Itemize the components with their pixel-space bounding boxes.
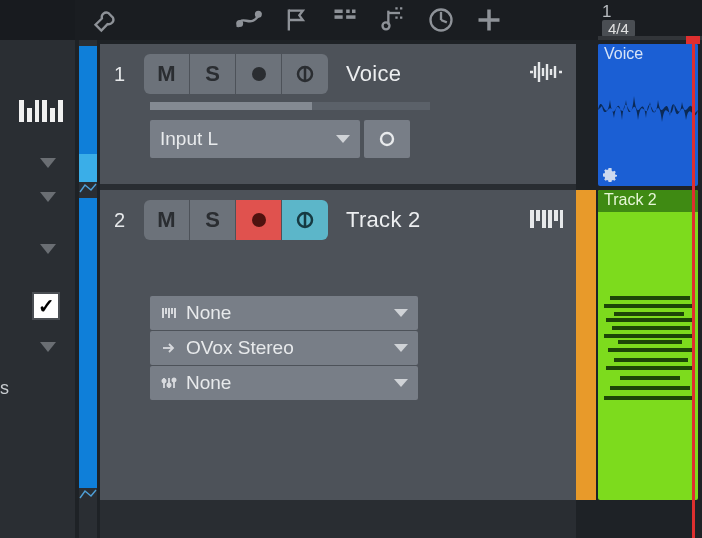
svg-point-1 (256, 12, 261, 17)
svg-point-25 (162, 379, 165, 382)
svg-point-9 (252, 67, 266, 81)
add-track-icon[interactable] (475, 6, 503, 34)
instrument-icon (160, 305, 178, 321)
track-color-strip (576, 190, 596, 500)
track-color-strip (79, 40, 97, 538)
svg-rect-21 (165, 308, 167, 314)
gear-icon[interactable] (602, 167, 618, 183)
mute-button[interactable]: M (144, 200, 190, 240)
panel-collapse-arrow[interactable] (40, 244, 60, 256)
panel-collapse-arrow[interactable] (40, 342, 60, 354)
wrench-icon[interactable] (92, 6, 120, 34)
flag-marker-icon[interactable] (283, 6, 311, 34)
midi-clip[interactable]: Track 2 (598, 190, 698, 500)
record-arm-button[interactable] (236, 200, 282, 240)
playhead-line[interactable] (692, 40, 695, 538)
svg-rect-3 (335, 15, 343, 18)
audio-waveform-icon (528, 60, 564, 88)
time-signature-display[interactable]: 1 4/4 (598, 0, 694, 40)
svg-point-7 (383, 22, 390, 29)
bar-position: 1 (602, 3, 611, 20)
svg-rect-17 (548, 210, 552, 228)
chevron-down-icon (394, 309, 408, 317)
automation-lane-icon[interactable] (79, 182, 97, 194)
monitor-button[interactable] (282, 200, 328, 240)
track-name-label[interactable]: Voice (346, 61, 401, 87)
svg-rect-6 (346, 15, 355, 18)
toolbar: 1 4/4 (0, 0, 702, 40)
panel-collapse-arrow[interactable] (40, 158, 60, 170)
arrangement-lane[interactable]: Voice Track 2 (576, 44, 702, 538)
solo-button[interactable]: S (190, 54, 236, 94)
panel-collapse-arrow[interactable] (40, 192, 60, 204)
audio-clip[interactable]: Voice (598, 44, 698, 186)
track-number: 2 (114, 209, 134, 232)
svg-rect-5 (352, 10, 356, 14)
input-select-label: Input L (160, 128, 218, 150)
volume-meter (150, 102, 430, 110)
instrument-slot-label: None (186, 302, 231, 324)
svg-point-27 (172, 378, 175, 381)
svg-rect-14 (530, 210, 534, 228)
grid-snap-icon[interactable] (331, 6, 359, 34)
track-header[interactable]: 2 M S Track 2 None (100, 190, 576, 500)
panel-section-label: s (0, 378, 20, 399)
svg-rect-18 (554, 210, 558, 221)
svg-rect-15 (536, 210, 540, 221)
svg-point-12 (252, 213, 266, 227)
clip-label: Track 2 (598, 190, 698, 212)
automation-lane-icon[interactable] (79, 488, 97, 500)
audio-fx-slot[interactable]: None (150, 366, 418, 400)
time-signature: 4/4 (602, 20, 635, 37)
mute-button[interactable]: M (144, 54, 190, 94)
record-arm-button[interactable] (236, 54, 282, 94)
track-header[interactable]: 1 M S Voice Input L (100, 44, 576, 184)
svg-rect-16 (542, 210, 546, 228)
metronome-icon[interactable] (427, 6, 455, 34)
svg-point-0 (237, 21, 242, 26)
sliders-icon (160, 375, 178, 391)
clip-label: Voice (598, 44, 698, 66)
svg-rect-23 (171, 308, 173, 314)
midi-fx-slot[interactable]: OVox Stereo (150, 331, 418, 365)
chevron-down-icon (394, 379, 408, 387)
svg-rect-20 (162, 308, 164, 318)
svg-rect-4 (346, 10, 350, 14)
instrument-slot[interactable]: None (150, 296, 418, 330)
automation-curve-icon[interactable] (235, 6, 263, 34)
svg-rect-22 (168, 308, 170, 318)
svg-point-11 (381, 133, 393, 145)
svg-point-26 (167, 383, 170, 386)
note-quantize-icon[interactable] (379, 6, 407, 34)
track-name-label[interactable]: Track 2 (346, 207, 421, 233)
solo-button[interactable]: S (190, 200, 236, 240)
monitor-button[interactable] (282, 54, 328, 94)
midi-keyboard-icon (528, 206, 564, 234)
waveform-graphic (598, 70, 698, 150)
svg-rect-24 (174, 308, 176, 318)
left-panel-body: s (0, 40, 75, 538)
midi-note-graphic (604, 296, 696, 406)
midi-keyboard-icon[interactable] (19, 98, 63, 122)
chevron-down-icon (336, 135, 350, 143)
track-header-area: 1 M S Voice Input L (100, 44, 576, 538)
input-monitor-toggle[interactable] (364, 120, 410, 158)
track-number: 1 (114, 63, 134, 86)
chevron-down-icon (394, 344, 408, 352)
midi-route-icon (160, 340, 178, 356)
audio-fx-slot-label: None (186, 372, 231, 394)
svg-rect-2 (335, 10, 343, 14)
input-select[interactable]: Input L (150, 120, 360, 158)
visibility-checkbox[interactable] (32, 292, 60, 320)
midi-fx-slot-label: OVox Stereo (186, 337, 294, 359)
svg-rect-19 (560, 210, 563, 228)
